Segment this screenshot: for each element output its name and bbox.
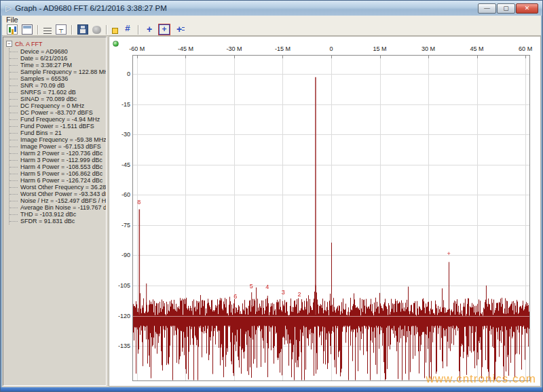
y-axis-tick-label: -105 [111,282,130,289]
tree-item[interactable]: Harm 4 Power = -108.553 dBc [10,163,106,170]
cursor-tool-icon[interactable] [56,24,67,35]
chart-panel: www.cntronics.com -60 M-45 M-30 M-15 M01… [109,36,541,387]
tree-item[interactable]: Worst Other Power = -93.343 dBFS [10,191,106,197]
x-axis-tick-label: -15 M [275,45,291,52]
y-axis-tick-label: -45 [111,161,130,168]
tree-item[interactable]: Fund Power = -1.511 dBFS [10,123,106,130]
tree-item[interactable]: Noise / Hz = -152.497 dBFS / Hz [10,197,106,204]
tree-item[interactable]: DC Power = -83.707 dBFS [10,109,106,116]
x-axis-tick-label: 60 M [519,45,532,52]
window-bottom-border [1,387,542,391]
watermark: www.cntronics.com [426,372,536,386]
results-tree: − Ch. A FFT Device = AD9680Date = 6/21/2… [3,37,106,224]
tree-item[interactable]: Harm 6 Power = -126.724 dBc [10,177,106,184]
tree-item[interactable]: Image Power = -67.153 dBFS [10,143,106,150]
fft-plot-canvas[interactable] [132,55,530,381]
tree-item[interactable]: Fund Bins = 21 [10,130,106,136]
tree-item[interactable]: SNR = 70.09 dB [10,82,106,89]
tree-item[interactable]: Samples = 65536 [10,75,106,82]
toolbar-separator [71,25,73,35]
y-axis-tick-label: -60 [111,191,130,198]
toolbar-separator [138,25,139,35]
x-axis-tick-label: -30 M [226,45,242,52]
y-axis-tick-label: -75 [111,222,130,229]
tree-item[interactable]: SFDR = 91.831 dBc [10,218,106,224]
x-axis-tick-label: 30 M [422,45,435,52]
grid-toggle-icon[interactable]: # [122,24,133,35]
toolbar-separator [106,25,107,35]
tree-item[interactable]: Device = AD9680 [10,48,106,55]
app-icon: ▷ [5,4,12,12]
x-axis-tick-label: 0 [329,45,333,52]
tree-item[interactable]: DC Frequency = 0 MHz [10,102,106,109]
tree-root-label: Ch. A FFT [15,41,43,47]
axis-scale-icon[interactable]: + [174,24,185,35]
tree-item[interactable]: THD = -103.912 dBc [10,211,106,218]
list-view-icon[interactable] [43,28,52,34]
tree-item[interactable]: Image Frequency = -59.38 MHz [10,136,106,143]
annotation-icon[interactable] [112,28,118,34]
client-area: − Ch. A FFT Device = AD9680Date = 6/21/2… [2,36,541,387]
x-axis-tick-label: -60 M [129,45,145,52]
tree-item[interactable]: SINAD = 70.089 dBc [10,96,106,102]
y-axis-tick-label: -15 [111,101,130,108]
toolbar: #+++ [2,24,541,36]
close-button[interactable]: ✕ [516,3,538,14]
collapse-icon[interactable]: − [6,41,12,47]
y-axis-tick-label: -120 [111,313,130,319]
pan-tool-icon[interactable] [92,26,101,34]
tree-item[interactable]: Fund Frequency = -4.94 MHz [10,116,106,123]
export-chart-icon[interactable] [7,24,18,35]
maximize-button[interactable]: ▢ [497,3,515,14]
title-bar: ▷ Graph - AD9680 FFT 6/21/2016 3:38:27 P… [1,1,542,16]
x-axis-tick-label: 15 M [373,45,387,52]
x-axis-tick-label: -45 M [178,45,193,52]
tree-item[interactable]: Harm 5 Power = -106.862 dBc [10,170,106,177]
zoom-fit-icon[interactable]: + [144,24,155,35]
zoom-box-icon[interactable]: + [159,24,170,35]
menu-file[interactable]: File [2,16,22,24]
menu-bar: File [2,16,541,24]
tree-item[interactable]: Worst Other Frequency = 36.28 MHz [10,184,106,191]
tree-root[interactable]: − Ch. A FFT [6,40,106,47]
tree-item[interactable]: Harm 3 Power = -112.999 dBc [10,157,106,163]
y-axis-tick-label: 0 [111,71,130,77]
results-sidebar: − Ch. A FFT Device = AD9680Date = 6/21/2… [3,37,107,386]
tree-item[interactable]: SNRFS = 71.602 dB [10,89,106,96]
app-window: ▷ Graph - AD9680 FFT 6/21/2016 3:38:27 P… [0,0,543,392]
toolbar-separator [37,25,39,35]
y-axis-tick-label: -90 [111,252,130,258]
save-icon[interactable] [77,24,88,35]
tree-item[interactable]: Harm 2 Power = -120.736 dBc [10,150,106,157]
tree-item[interactable]: Average Bin Noise = -119.767 dBFS [10,204,106,211]
tree-item[interactable]: Time = 3:38:27 PM [10,62,106,68]
tree-item[interactable]: Sample Frequency = 122.88 MHz [10,68,106,75]
window-settings-icon[interactable] [22,24,33,35]
tree-items: Device = AD9680Date = 6/21/2016Time = 3:… [9,48,106,224]
y-axis-tick-label: -30 [111,131,130,138]
y-axis-tick-label: -135 [111,342,130,349]
window-title: Graph - AD9680 FFT 6/21/2016 3:38:27 PM [15,4,167,12]
status-led-icon [113,41,119,47]
tree-item[interactable]: Date = 6/21/2016 [10,55,106,62]
minimize-button[interactable]: — [478,3,496,14]
x-axis-tick-label: 45 M [470,45,484,52]
